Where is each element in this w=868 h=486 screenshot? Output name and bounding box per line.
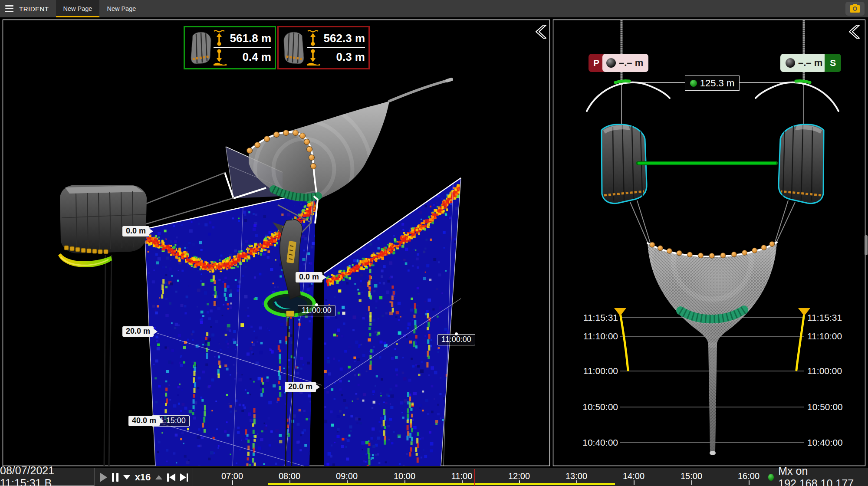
timeline-tick: 10:00 bbox=[394, 471, 415, 481]
playback-speed: x16 bbox=[135, 472, 151, 483]
depth-label: 20.0 m bbox=[122, 326, 154, 337]
connection-status-icon bbox=[768, 474, 774, 481]
history-time-label: 11:00:00 bbox=[572, 366, 618, 376]
play-button[interactable] bbox=[100, 473, 107, 482]
app-title: TRIDENT bbox=[18, 0, 56, 17]
history-time-label: 11:15:31 bbox=[807, 312, 859, 323]
time-label: 11:00:00 bbox=[298, 305, 335, 316]
timeline-tick: 07:00 bbox=[221, 471, 243, 481]
connection-status-text: Mx on 192.168.10.177 bbox=[778, 465, 868, 486]
trawl-door-icon bbox=[283, 30, 306, 65]
menu-icon[interactable] bbox=[0, 0, 18, 17]
door-depth-value: 561.8 m bbox=[227, 32, 271, 45]
door-clearance-value: 0.4 m bbox=[227, 50, 271, 64]
door-spread-readout: 125.3 m bbox=[685, 76, 740, 91]
starboard-chip: S bbox=[825, 54, 841, 72]
depth-below-surface-icon bbox=[213, 30, 227, 47]
scrollbar-thumb[interactable] bbox=[865, 235, 868, 255]
depth-below-surface-icon bbox=[306, 30, 321, 47]
top-menu-bar: TRIDENT New Page New Page bbox=[0, 0, 868, 17]
port-sensor-value: –.– m bbox=[619, 57, 643, 69]
triangle-down-icon bbox=[123, 475, 130, 479]
playback-timestamp: 08/07/2021 11:15:31 B bbox=[0, 468, 95, 486]
sensor-status-sphere bbox=[786, 58, 795, 68]
history-time-label: 10:40:00 bbox=[572, 437, 618, 448]
history-time-label: 11:10:00 bbox=[572, 331, 618, 342]
depth-label: 20.0 m bbox=[285, 382, 316, 392]
door-spread-value: 125.3 m bbox=[700, 78, 735, 89]
app-window: TRIDENT New Page New Page 56 bbox=[0, 0, 868, 486]
history-time-label: 10:50:00 bbox=[807, 402, 859, 412]
starboard-door-monitor: 562.3 m 0.3 m bbox=[277, 26, 370, 69]
height-above-seabed-icon bbox=[213, 49, 227, 66]
green-dot-icon bbox=[690, 80, 697, 87]
depth-label: 40.0 m bbox=[128, 416, 160, 426]
jump-to-end-button[interactable] bbox=[180, 473, 188, 482]
sensor-status-sphere bbox=[606, 58, 616, 68]
timeline-tick: 15:00 bbox=[681, 471, 702, 481]
tab-new-page-1[interactable]: New Page bbox=[56, 0, 100, 17]
time-label: 11:00:00 bbox=[437, 334, 475, 345]
timeline-tick: 08:00 bbox=[279, 471, 300, 481]
playback-bar: 08/07/2021 11:15:31 B x16 07:00 08:00 09… bbox=[0, 468, 868, 486]
tab-label: New Page bbox=[107, 5, 136, 12]
skip-end-icon bbox=[180, 473, 186, 481]
timeline-tick: 11:00 bbox=[451, 471, 473, 481]
timeline-tick: 13:00 bbox=[566, 471, 587, 481]
timeline-tick: 16:00 bbox=[738, 471, 760, 481]
depth-label: 0.0 m bbox=[122, 226, 149, 236]
connection-status: Mx on 192.168.10.177 bbox=[768, 468, 868, 486]
camera-icon bbox=[850, 5, 860, 13]
timeline-tick: 12:00 bbox=[508, 471, 530, 481]
starboard-sensor-value: –.– m bbox=[798, 57, 822, 69]
port-chip: P bbox=[589, 54, 604, 72]
starboard-door bbox=[779, 125, 824, 204]
playhead-marker[interactable] bbox=[474, 469, 475, 486]
screenshot-button[interactable] bbox=[845, 2, 865, 16]
recording-extent-bar bbox=[268, 483, 615, 485]
history-time-label: 10:50:00 bbox=[572, 402, 618, 412]
speed-down-button[interactable] bbox=[123, 475, 130, 479]
speed-up-button[interactable] bbox=[155, 475, 162, 479]
play-icon bbox=[100, 473, 107, 482]
height-above-seabed-icon bbox=[306, 49, 321, 66]
scene-canvas bbox=[0, 0, 868, 486]
pause-icon bbox=[112, 473, 118, 482]
port-sensor-badge: P –.– m bbox=[589, 54, 648, 72]
starboard-sensor-badge: –.– m S bbox=[780, 54, 841, 72]
timeline-tick: 14:00 bbox=[623, 471, 644, 481]
collapse-panel-button-right[interactable] bbox=[844, 23, 863, 42]
triangle-up-icon bbox=[155, 475, 162, 479]
tab-new-page-2[interactable]: New Page bbox=[99, 0, 143, 17]
door-depth-value: 562.3 m bbox=[321, 32, 365, 45]
history-time-label: 11:10:00 bbox=[807, 331, 859, 342]
chevron-left-icon bbox=[530, 23, 549, 42]
chevron-left-icon bbox=[844, 23, 863, 42]
tab-label: New Page bbox=[63, 5, 92, 12]
timeline-track[interactable]: 07:00 08:00 09:00 10:00 11:00 12:00 13:0… bbox=[194, 468, 767, 486]
depth-label: 0.0 m bbox=[296, 272, 322, 282]
history-time-label: 10:40:00 bbox=[807, 437, 859, 448]
history-time-label: 11:00:00 bbox=[807, 366, 859, 376]
playback-controls: x16 bbox=[95, 468, 193, 486]
trawl-door-icon bbox=[189, 30, 212, 65]
skip-start-icon bbox=[169, 473, 175, 481]
collapse-panel-button-left[interactable] bbox=[530, 23, 549, 42]
pause-button[interactable] bbox=[112, 473, 118, 482]
history-time-label: 11:15:31 bbox=[572, 312, 618, 323]
door-clearance-value: 0.3 m bbox=[321, 50, 365, 64]
jump-to-start-button[interactable] bbox=[167, 473, 175, 482]
timeline-tick: 09:00 bbox=[336, 471, 358, 481]
port-door-monitor: 561.8 m 0.4 m bbox=[184, 26, 276, 69]
